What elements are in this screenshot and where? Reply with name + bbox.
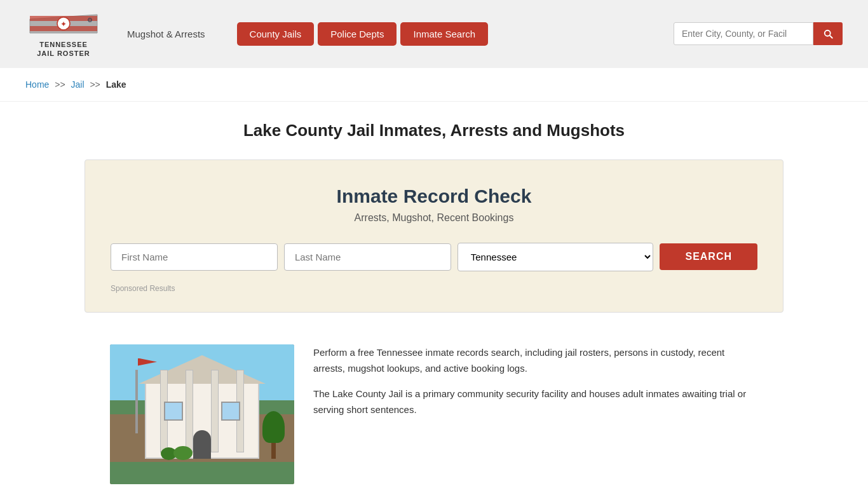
logo-text: TENNESSEE JAIL ROSTER	[37, 40, 90, 58]
breadcrumb-home[interactable]: Home	[25, 79, 49, 90]
header-search-button[interactable]	[813, 22, 843, 45]
content-text: Perform a free Tennessee inmate records …	[313, 344, 758, 427]
content-paragraph-2: The Lake County Jail is a primary commun…	[313, 386, 758, 418]
search-icon	[822, 28, 834, 39]
breadcrumb-current: Lake	[106, 79, 126, 90]
record-check-box: Inmate Record Check Arrests, Mugshot, Re…	[85, 159, 783, 313]
site-header: ✦ ⚙ TENNESSEE JAIL ROSTER Mugshot & Arre…	[0, 0, 868, 68]
record-check-title: Inmate Record Check	[111, 186, 757, 207]
inmate-search-button[interactable]: Inmate Search	[400, 22, 488, 46]
breadcrumb-sep1: >>	[55, 79, 65, 90]
svg-text:✦: ✦	[60, 20, 67, 29]
breadcrumb-jail[interactable]: Jail	[71, 79, 85, 90]
nav-buttons: County Jails Police Depts Inmate Search	[237, 22, 488, 46]
county-jails-button[interactable]: County Jails	[237, 22, 315, 46]
page-title: Lake County Jail Inmates, Arrests and Mu…	[13, 121, 855, 140]
facility-image	[110, 344, 294, 484]
page-title-area: Lake County Jail Inmates, Arrests and Mu…	[0, 102, 868, 153]
sponsored-label: Sponsored Results	[111, 284, 757, 293]
first-name-input[interactable]	[111, 243, 278, 271]
nav-mugshot-arrests[interactable]: Mugshot & Arrests	[127, 29, 205, 39]
logo[interactable]: ✦ ⚙ TENNESSEE JAIL ROSTER	[25, 10, 102, 58]
record-check-subtitle: Arrests, Mugshot, Recent Bookings	[111, 212, 757, 224]
state-select[interactable]: Tennessee Alabama Alaska Arizona Arkansa…	[458, 243, 654, 271]
police-depts-button[interactable]: Police Depts	[318, 22, 397, 46]
inmate-search-form: Tennessee Alabama Alaska Arizona Arkansa…	[111, 243, 757, 271]
header-search-input[interactable]	[674, 22, 813, 45]
state-logo-icon: ✦ ⚙	[29, 10, 98, 38]
svg-text:⚙: ⚙	[87, 17, 93, 24]
breadcrumb-sep2: >>	[90, 79, 100, 90]
breadcrumb: Home >> Jail >> Lake	[0, 68, 868, 102]
inmate-search-button[interactable]: SEARCH	[660, 243, 757, 270]
building-illustration	[110, 344, 294, 484]
header-search-area	[674, 22, 843, 45]
content-area: Perform a free Tennessee inmate records …	[85, 332, 783, 488]
last-name-input[interactable]	[284, 243, 451, 271]
content-paragraph-1: Perform a free Tennessee inmate records …	[313, 344, 758, 377]
